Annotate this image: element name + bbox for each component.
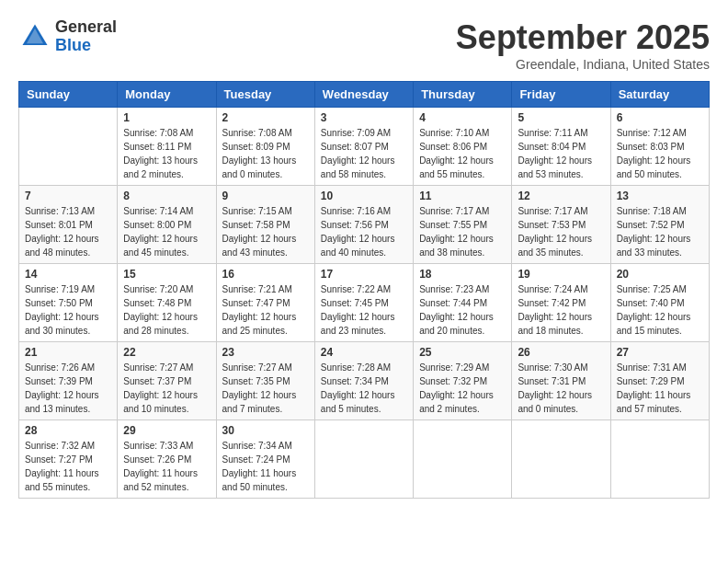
day-info: Sunrise: 7:09 AM Sunset: 8:07 PM Dayligh… [321, 126, 407, 181]
day-number: 18 [419, 268, 506, 281]
calendar-cell: 29Sunrise: 7:33 AM Sunset: 7:26 PM Dayli… [118, 420, 216, 499]
day-info: Sunrise: 7:18 AM Sunset: 7:52 PM Dayligh… [617, 204, 703, 259]
day-number: 27 [617, 346, 703, 359]
calendar-cell: 5Sunrise: 7:11 AM Sunset: 8:04 PM Daylig… [512, 108, 610, 186]
calendar-cell [610, 420, 709, 499]
day-info: Sunrise: 7:17 AM Sunset: 7:53 PM Dayligh… [518, 204, 604, 259]
calendar-cell: 30Sunrise: 7:34 AM Sunset: 7:24 PM Dayli… [216, 420, 314, 499]
weekday-header-friday: Friday [512, 82, 610, 108]
day-number: 25 [419, 346, 506, 359]
calendar-cell: 2Sunrise: 7:08 AM Sunset: 8:09 PM Daylig… [216, 108, 314, 186]
calendar-week-5: 28Sunrise: 7:32 AM Sunset: 7:27 PM Dayli… [19, 420, 710, 499]
calendar-cell: 25Sunrise: 7:29 AM Sunset: 7:32 PM Dayli… [414, 342, 512, 420]
day-info: Sunrise: 7:29 AM Sunset: 7:32 PM Dayligh… [419, 361, 506, 416]
calendar-cell: 16Sunrise: 7:21 AM Sunset: 7:47 PM Dayli… [216, 264, 314, 342]
calendar-cell: 28Sunrise: 7:32 AM Sunset: 7:27 PM Dayli… [19, 420, 118, 499]
day-info: Sunrise: 7:10 AM Sunset: 8:06 PM Dayligh… [419, 126, 506, 181]
logo-general-text: General [55, 18, 117, 37]
calendar-cell [414, 420, 512, 499]
calendar-cell: 18Sunrise: 7:23 AM Sunset: 7:44 PM Dayli… [414, 264, 512, 342]
calendar-cell: 24Sunrise: 7:28 AM Sunset: 7:34 PM Dayli… [314, 342, 413, 420]
day-info: Sunrise: 7:15 AM Sunset: 7:58 PM Dayligh… [222, 204, 309, 259]
day-info: Sunrise: 7:19 AM Sunset: 7:50 PM Dayligh… [25, 282, 111, 338]
weekday-header-sunday: Sunday [19, 82, 118, 108]
day-info: Sunrise: 7:25 AM Sunset: 7:40 PM Dayligh… [617, 282, 703, 338]
day-number: 6 [617, 111, 703, 124]
day-number: 19 [518, 268, 604, 281]
day-number: 12 [518, 190, 604, 202]
day-info: Sunrise: 7:27 AM Sunset: 7:37 PM Dayligh… [123, 361, 210, 416]
day-number: 8 [123, 190, 210, 202]
day-info: Sunrise: 7:21 AM Sunset: 7:47 PM Dayligh… [222, 282, 309, 338]
day-info: Sunrise: 7:26 AM Sunset: 7:39 PM Dayligh… [25, 361, 111, 416]
day-info: Sunrise: 7:27 AM Sunset: 7:35 PM Dayligh… [222, 361, 309, 416]
calendar-cell: 27Sunrise: 7:31 AM Sunset: 7:29 PM Dayli… [610, 342, 709, 420]
day-number: 10 [321, 190, 407, 202]
calendar-cell: 8Sunrise: 7:14 AM Sunset: 8:00 PM Daylig… [118, 186, 216, 264]
day-number: 17 [321, 268, 407, 281]
calendar-cell [512, 420, 610, 499]
logo-icon [18, 20, 51, 53]
day-number: 14 [25, 268, 111, 281]
day-info: Sunrise: 7:20 AM Sunset: 7:48 PM Dayligh… [123, 282, 210, 338]
day-info: Sunrise: 7:34 AM Sunset: 7:24 PM Dayligh… [222, 439, 309, 494]
day-number: 28 [25, 424, 111, 437]
day-number: 21 [25, 346, 111, 359]
day-info: Sunrise: 7:31 AM Sunset: 7:29 PM Dayligh… [617, 361, 703, 416]
calendar-cell: 13Sunrise: 7:18 AM Sunset: 7:52 PM Dayli… [610, 186, 709, 264]
day-info: Sunrise: 7:30 AM Sunset: 7:31 PM Dayligh… [518, 361, 604, 416]
calendar-body: 1Sunrise: 7:08 AM Sunset: 8:11 PM Daylig… [19, 108, 710, 499]
day-info: Sunrise: 7:11 AM Sunset: 8:04 PM Dayligh… [518, 126, 604, 181]
calendar-week-1: 1Sunrise: 7:08 AM Sunset: 8:11 PM Daylig… [19, 108, 710, 186]
day-number: 23 [222, 346, 309, 359]
calendar-cell: 4Sunrise: 7:10 AM Sunset: 8:06 PM Daylig… [414, 108, 512, 186]
calendar-cell: 3Sunrise: 7:09 AM Sunset: 8:07 PM Daylig… [314, 108, 413, 186]
weekday-header-monday: Monday [118, 82, 216, 108]
calendar-week-2: 7Sunrise: 7:13 AM Sunset: 8:01 PM Daylig… [19, 186, 710, 264]
day-info: Sunrise: 7:12 AM Sunset: 8:03 PM Dayligh… [617, 126, 703, 181]
logo-text: General Blue [55, 18, 117, 55]
day-number: 13 [617, 190, 703, 202]
day-info: Sunrise: 7:13 AM Sunset: 8:01 PM Dayligh… [25, 204, 111, 259]
day-number: 26 [518, 346, 604, 359]
day-number: 24 [321, 346, 407, 359]
calendar-cell: 9Sunrise: 7:15 AM Sunset: 7:58 PM Daylig… [216, 186, 314, 264]
calendar-cell: 14Sunrise: 7:19 AM Sunset: 7:50 PM Dayli… [19, 264, 118, 342]
day-info: Sunrise: 7:14 AM Sunset: 8:00 PM Dayligh… [123, 204, 210, 259]
weekday-header-tuesday: Tuesday [216, 82, 314, 108]
day-number: 11 [419, 190, 506, 202]
day-number: 20 [617, 268, 703, 281]
day-number: 7 [25, 190, 111, 202]
calendar-cell: 23Sunrise: 7:27 AM Sunset: 7:35 PM Dayli… [216, 342, 314, 420]
calendar-header: SundayMondayTuesdayWednesdayThursdayFrid… [19, 82, 710, 108]
day-number: 22 [123, 346, 210, 359]
calendar-cell: 11Sunrise: 7:17 AM Sunset: 7:55 PM Dayli… [414, 186, 512, 264]
logo: General Blue [18, 18, 117, 55]
weekday-header-saturday: Saturday [610, 82, 709, 108]
day-number: 5 [518, 111, 604, 124]
day-number: 4 [419, 111, 506, 124]
day-info: Sunrise: 7:23 AM Sunset: 7:44 PM Dayligh… [419, 282, 506, 338]
weekday-header-thursday: Thursday [414, 82, 512, 108]
day-info: Sunrise: 7:08 AM Sunset: 8:09 PM Dayligh… [222, 126, 309, 181]
title-area: September 2025 Greendale, Indiana, Unite… [456, 18, 710, 72]
day-info: Sunrise: 7:24 AM Sunset: 7:42 PM Dayligh… [518, 282, 604, 338]
day-info: Sunrise: 7:28 AM Sunset: 7:34 PM Dayligh… [321, 361, 407, 416]
day-info: Sunrise: 7:32 AM Sunset: 7:27 PM Dayligh… [25, 439, 111, 494]
calendar-cell [314, 420, 413, 499]
calendar-cell: 19Sunrise: 7:24 AM Sunset: 7:42 PM Dayli… [512, 264, 610, 342]
calendar-week-3: 14Sunrise: 7:19 AM Sunset: 7:50 PM Dayli… [19, 264, 710, 342]
calendar-cell: 10Sunrise: 7:16 AM Sunset: 7:56 PM Dayli… [314, 186, 413, 264]
calendar-cell: 12Sunrise: 7:17 AM Sunset: 7:53 PM Dayli… [512, 186, 610, 264]
calendar-table: SundayMondayTuesdayWednesdayThursdayFrid… [18, 81, 710, 499]
calendar-cell: 7Sunrise: 7:13 AM Sunset: 8:01 PM Daylig… [19, 186, 118, 264]
day-number: 3 [321, 111, 407, 124]
calendar-cell: 22Sunrise: 7:27 AM Sunset: 7:37 PM Dayli… [118, 342, 216, 420]
day-number: 9 [222, 190, 309, 202]
calendar-cell: 6Sunrise: 7:12 AM Sunset: 8:03 PM Daylig… [610, 108, 709, 186]
logo-blue-text: Blue [55, 37, 117, 55]
weekday-header-wednesday: Wednesday [314, 82, 413, 108]
day-number: 29 [123, 424, 210, 437]
day-number: 30 [222, 424, 309, 437]
calendar-cell [19, 108, 118, 186]
